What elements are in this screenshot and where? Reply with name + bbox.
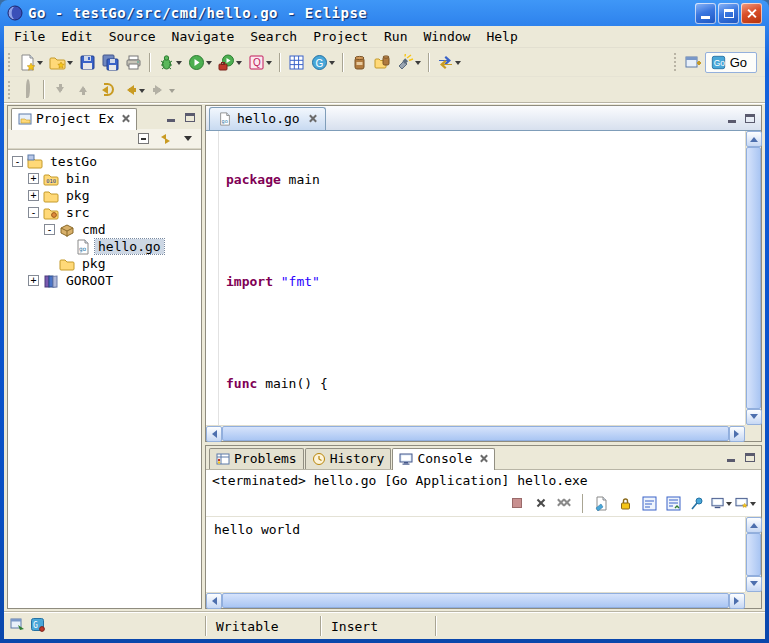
scrollbar-thumb[interactable] (222, 426, 729, 441)
tree-expander[interactable]: - (28, 207, 39, 218)
minimize-console-button[interactable] (722, 451, 739, 466)
scroll-up-button[interactable] (746, 517, 762, 533)
editor-vertical-scrollbar[interactable] (745, 131, 761, 425)
menu-run[interactable]: Run (376, 27, 415, 46)
scroll-down-button[interactable] (746, 409, 762, 425)
maximize-editor-button[interactable] (741, 112, 758, 127)
tab-project-explorer[interactable]: Project Ex (11, 108, 137, 130)
fast-view-button[interactable] (10, 617, 25, 635)
tree-item-goroot[interactable]: + GOROOT (10, 272, 201, 289)
close-console-icon[interactable] (479, 454, 488, 463)
forward-button[interactable] (148, 78, 178, 102)
menu-source[interactable]: Source (101, 27, 164, 46)
toolbar-grip[interactable] (674, 53, 678, 71)
minimize-button[interactable] (695, 3, 716, 24)
save-button[interactable] (76, 50, 99, 74)
tree-item-testgo[interactable]: - testGo (10, 153, 201, 170)
toolbar-grip[interactable] (8, 53, 12, 71)
menu-file[interactable]: File (6, 27, 53, 46)
scrollbar-thumb[interactable] (746, 533, 761, 576)
maximize-view-button[interactable] (181, 111, 198, 126)
scroll-up-button[interactable] (746, 131, 762, 147)
tree-item-bin[interactable]: + 010 bin (10, 170, 201, 187)
tab-history[interactable]: History (305, 448, 392, 469)
tree-expander[interactable]: - (12, 156, 23, 167)
close-editor-icon[interactable] (308, 114, 317, 123)
external-tools-button[interactable] (215, 50, 245, 74)
pin-console-button[interactable] (687, 493, 708, 514)
menu-navigate[interactable]: Navigate (164, 27, 243, 46)
minimize-editor-button[interactable] (723, 112, 740, 127)
debug-button[interactable] (155, 50, 185, 74)
link-with-editor-button[interactable] (156, 130, 175, 147)
tree-expander[interactable]: - (44, 224, 55, 235)
open-perspective-button[interactable] (682, 50, 705, 74)
tree-item-cmd[interactable]: - cmd (10, 221, 201, 238)
tree-item-pkg[interactable]: + pkg (10, 187, 201, 204)
tab-problems[interactable]: Problems (209, 448, 304, 469)
tab-console[interactable]: Console (392, 448, 495, 470)
goclipse-button[interactable]: G (308, 50, 338, 74)
next-annotation-button[interactable] (49, 78, 72, 102)
tree-item-src-pkg[interactable]: pkg (10, 255, 201, 272)
run-button[interactable] (185, 50, 215, 74)
close-button[interactable] (741, 3, 762, 24)
menu-help[interactable]: Help (478, 27, 525, 46)
team-sync-button[interactable] (434, 50, 464, 74)
back-button[interactable] (118, 78, 148, 102)
tab-hello-go[interactable]: go hello.go (209, 107, 326, 130)
tree-item-src[interactable]: - src (10, 204, 201, 221)
jar-import-button[interactable] (348, 50, 371, 74)
word-wrap-button[interactable] (639, 493, 660, 514)
open-console-button[interactable] (735, 493, 756, 514)
menu-project[interactable]: Project (305, 27, 376, 46)
scroll-lock-button[interactable] (615, 493, 636, 514)
maximize-button[interactable] (718, 3, 739, 24)
editor-horizontal-scrollbar[interactable] (206, 425, 745, 441)
tree-expander[interactable]: + (28, 275, 39, 286)
scroll-right-button[interactable] (729, 426, 745, 442)
show-on-output-button[interactable] (663, 493, 684, 514)
tree-expander[interactable]: + (28, 173, 39, 184)
remove-launch-button[interactable] (530, 493, 551, 514)
title-bar[interactable]: Go - testGo/src/cmd/hello.go - Eclipse (4, 0, 765, 26)
scroll-down-button[interactable] (746, 576, 762, 592)
pin-editor-button[interactable] (16, 78, 39, 102)
menu-window[interactable]: Window (415, 27, 478, 46)
coverage-button[interactable]: Q (245, 50, 275, 74)
last-edit-location-button[interactable] (95, 78, 118, 102)
clear-console-button[interactable] (591, 493, 612, 514)
new-go-project-button[interactable] (285, 50, 308, 74)
go-perspective-button[interactable]: Go Go (705, 52, 757, 73)
display-console-button[interactable] (711, 493, 732, 514)
remove-all-launches-button[interactable] (554, 493, 575, 514)
previous-annotation-button[interactable] (72, 78, 95, 102)
editor-ruler[interactable] (206, 131, 219, 425)
console-horizontal-scrollbar[interactable] (206, 592, 745, 608)
new-wizard-button[interactable] (16, 50, 46, 74)
code-area[interactable]: package main import "fmt" func main() { … (219, 131, 745, 425)
menu-search[interactable]: Search (242, 27, 305, 46)
launch-status-button[interactable]: G (30, 617, 45, 635)
tree-expander[interactable]: + (28, 190, 39, 201)
scrollbar-thumb[interactable] (746, 147, 761, 409)
console-output[interactable]: hello world (206, 517, 745, 592)
save-all-button[interactable] (99, 50, 122, 74)
search-button[interactable] (394, 50, 424, 74)
menu-edit[interactable]: Edit (53, 27, 100, 46)
view-menu-button[interactable] (178, 130, 197, 147)
collapse-all-button[interactable] (134, 130, 153, 147)
print-button[interactable] (122, 50, 145, 74)
jar-export-button[interactable] (371, 50, 394, 74)
scroll-left-button[interactable] (206, 426, 222, 442)
toolbar-grip[interactable] (8, 81, 12, 99)
terminate-button[interactable] (506, 493, 527, 514)
tree-item-hello-go[interactable]: go hello.go (10, 238, 201, 255)
code-editor[interactable]: package main import "fmt" func main() { … (206, 131, 745, 425)
console-vertical-scrollbar[interactable] (745, 517, 761, 592)
new-go-element-button[interactable] (46, 50, 76, 74)
maximize-console-button[interactable] (741, 451, 758, 466)
scroll-left-button[interactable] (206, 593, 222, 609)
scrollbar-thumb[interactable] (222, 593, 729, 608)
minimize-view-button[interactable] (162, 111, 179, 126)
